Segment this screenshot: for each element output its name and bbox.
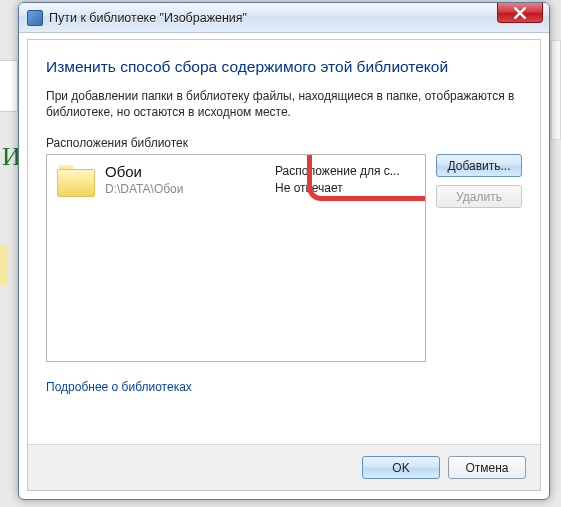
learn-more-link[interactable]: Подробнее о библиотеках	[46, 380, 192, 394]
item-name: Обои	[105, 163, 183, 180]
list-label: Расположения библиотек	[46, 136, 522, 150]
dialog-description: При добавлении папки в библиотеку файлы,…	[46, 88, 522, 120]
close-icon	[514, 7, 526, 19]
dialog-window: Пути к библиотеке "Изображения" Изменить…	[18, 2, 550, 500]
background-fragment	[0, 245, 8, 285]
dialog-body: Изменить способ сбора содержимого этой б…	[27, 39, 541, 491]
dialog-footer: OK Отмена	[28, 444, 540, 490]
add-button[interactable]: Добавить...	[436, 154, 522, 177]
locations-listbox[interactable]: Обои D:\DATA\Обои Расположение для с... …	[46, 154, 426, 362]
item-status: Расположение для с... Не отвечает	[275, 163, 415, 196]
background-fragment	[551, 40, 561, 140]
window-title: Пути к библиотеке "Изображения"	[49, 11, 247, 25]
item-status-line1: Расположение для с...	[275, 163, 415, 179]
item-status-line2: Не отвечает	[275, 180, 415, 196]
app-icon	[27, 10, 43, 26]
folder-icon	[57, 165, 95, 197]
close-button[interactable]	[497, 3, 543, 23]
background-fragment	[0, 60, 18, 112]
list-item[interactable]: Обои D:\DATA\Обои Расположение для с... …	[47, 155, 425, 205]
remove-button: Удалить	[436, 185, 522, 208]
cancel-button[interactable]: Отмена	[448, 456, 526, 479]
ok-button[interactable]: OK	[362, 456, 440, 479]
titlebar[interactable]: Пути к библиотеке "Изображения"	[19, 3, 549, 33]
item-path: D:\DATA\Обои	[105, 182, 183, 196]
dialog-heading: Изменить способ сбора содержимого этой б…	[46, 58, 522, 76]
